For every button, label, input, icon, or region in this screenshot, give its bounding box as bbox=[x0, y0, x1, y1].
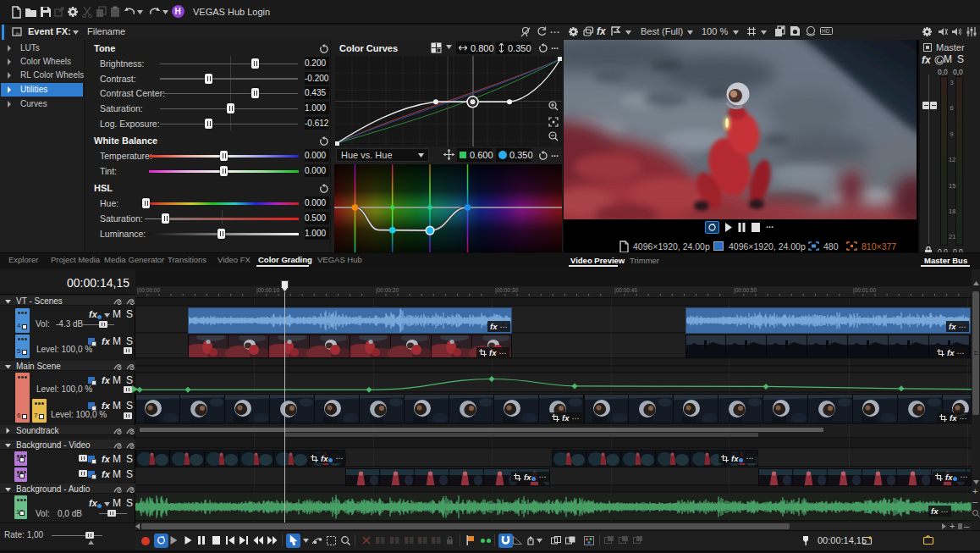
svg-text:|00:01:00: |00:01:00 bbox=[853, 287, 876, 294]
svg-text:|00:00:40: |00:00:40 bbox=[614, 287, 637, 294]
svg-text:|00:00:20: |00:00:20 bbox=[376, 287, 399, 294]
svg-text:|00:00:30: |00:00:30 bbox=[495, 287, 518, 294]
svg-text:fx: fx bbox=[16, 31, 20, 36]
svg-text:HD: HD bbox=[822, 28, 830, 34]
svg-text:|00:00:00: |00:00:00 bbox=[137, 287, 160, 294]
svg-text:|00:00:10: |00:00:10 bbox=[256, 287, 279, 294]
svg-text:|00:00:50: |00:00:50 bbox=[734, 287, 757, 294]
